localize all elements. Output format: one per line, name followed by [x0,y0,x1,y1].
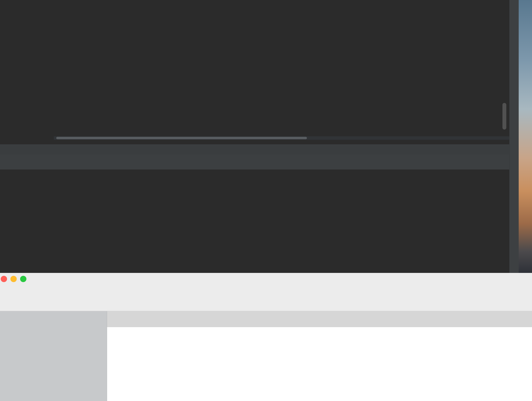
run-console[interactable] [0,170,509,273]
desktop-wallpaper [518,0,532,273]
minimize-window-button[interactable] [10,276,17,282]
editor-horizontal-scrollbar[interactable] [54,136,509,140]
data-grid[interactable] [107,343,532,401]
editor-vertical-scrollbar[interactable] [502,103,506,130]
connection-tree[interactable] [0,311,107,401]
navicat-titlebar [0,273,532,285]
code-editor[interactable] [0,0,509,144]
table-content-area [107,327,532,401]
debugger-toolbar [0,154,509,170]
zoom-window-button[interactable] [20,276,26,282]
tool-window-stripe [509,0,519,273]
intellij-window [0,0,509,273]
navicat-window [0,273,532,401]
navicat-toolbar [0,285,532,311]
navicat-tabbar [107,311,532,327]
scrollbar-thumb[interactable] [56,137,307,139]
debug-panel-header [0,144,509,154]
close-window-button[interactable] [1,276,7,282]
